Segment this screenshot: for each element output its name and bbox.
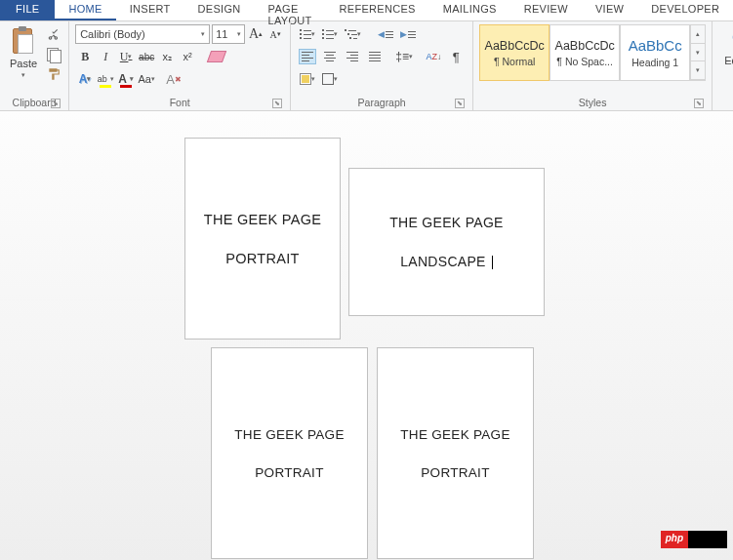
multilevel-list-button[interactable]: ▾ <box>342 24 363 44</box>
page-4[interactable]: THE GEEK PAGE PORTRAIT <box>377 347 534 559</box>
style-preview: AaBbCcDc <box>555 39 615 53</box>
page-text: THE GEEK PAGE <box>389 215 503 230</box>
style-normal[interactable]: AaBbCcDc ¶ Normal <box>479 24 550 81</box>
italic-button[interactable]: I <box>96 47 115 66</box>
clipboard-launcher[interactable]: ⬊ <box>51 99 61 108</box>
grow-font-button[interactable]: A▴ <box>247 24 265 44</box>
style-name-label: ¶ Normal <box>494 56 535 67</box>
tab-insert[interactable]: INSERT <box>116 0 184 20</box>
bold-button[interactable]: B <box>75 47 95 66</box>
shading-button[interactable]: ▾ <box>297 69 318 89</box>
style-preview: AaBbCcDc <box>485 39 545 53</box>
shrink-font-button[interactable]: A▾ <box>266 24 284 44</box>
borders-button[interactable]: ▾ <box>319 69 341 89</box>
paste-icon <box>11 26 36 56</box>
align-center-button[interactable] <box>319 47 341 66</box>
chevron-down-icon: ▾ <box>237 30 241 38</box>
line-spacing-button[interactable]: ‡≡▾ <box>393 47 415 66</box>
page-text: PORTRAIT <box>255 465 323 480</box>
page-text: THE GEEK PAGE <box>234 427 344 442</box>
page-1[interactable]: THE GEEK PAGE PORTRAIT <box>184 138 341 340</box>
subscript-button[interactable]: x₂ <box>157 47 177 66</box>
decrease-indent-button[interactable]: ◀ <box>375 24 396 44</box>
align-left-button[interactable] <box>297 47 318 66</box>
style-no-spacing[interactable]: AaBbCcDc ¶ No Spac... <box>550 24 620 81</box>
increase-indent-button[interactable]: ▶ <box>397 24 419 44</box>
sort-button[interactable]: AZ↓ <box>423 47 444 66</box>
paragraph-launcher[interactable]: ⬊ <box>455 99 465 108</box>
chevron-down-icon: ▾ <box>201 30 205 38</box>
tab-review[interactable]: REVIEW <box>510 0 582 20</box>
watermark-text: php <box>661 531 688 548</box>
align-right-button[interactable] <box>342 47 363 66</box>
group-paragraph: ▾ ▾ ▾ ◀ ▶ ‡≡▾ AZ↓ ¶ ▾ ▾ <box>291 21 473 110</box>
styles-gallery-scroll[interactable]: ▴ ▾ ▾ <box>690 24 706 81</box>
scroll-down-icon[interactable]: ▾ <box>691 44 705 62</box>
page-text: LANDSCAPE <box>400 254 493 269</box>
watermark: php <box>661 531 727 548</box>
font-size-select[interactable]: 11▾ <box>212 24 245 44</box>
tab-file[interactable]: FILE <box>0 0 55 20</box>
group-editing: Editing ▾ <box>713 21 733 110</box>
strikethrough-button[interactable]: abc <box>137 47 156 66</box>
tab-design[interactable]: DESIGN <box>184 0 255 20</box>
copy-button[interactable] <box>45 46 62 63</box>
page-2[interactable]: THE GEEK PAGE LANDSCAPE <box>348 168 545 316</box>
watermark-block <box>688 531 727 548</box>
tab-view[interactable]: VIEW <box>582 0 637 20</box>
editing-label: Editing <box>724 55 733 66</box>
styles-launcher[interactable]: ⬊ <box>694 99 704 108</box>
paste-dropdown-icon[interactable]: ▾ <box>21 71 25 79</box>
superscript-button[interactable]: x² <box>178 47 197 66</box>
text-effects-button[interactable]: A▾ <box>75 69 95 89</box>
tab-home[interactable]: HOME <box>55 0 115 20</box>
document-area[interactable]: THE GEEK PAGE PORTRAIT THE GEEK PAGE LAN… <box>0 111 733 560</box>
group-styles: AaBbCcDc ¶ Normal AaBbCcDc ¶ No Spac... … <box>473 21 713 110</box>
tab-developer[interactable]: DEVELOPER <box>637 0 733 20</box>
scroll-up-icon[interactable]: ▴ <box>691 25 705 44</box>
text-cursor <box>492 256 493 269</box>
tab-mailings[interactable]: MAILINGS <box>429 0 510 20</box>
format-painter-button[interactable] <box>45 65 62 83</box>
page-3[interactable]: THE GEEK PAGE PORTRAIT <box>211 347 368 559</box>
highlight-button[interactable]: ab▾ <box>96 69 115 89</box>
clear-all-button[interactable]: A✖ <box>164 69 183 89</box>
page-text: PORTRAIT <box>421 465 489 480</box>
style-preview: AaBbCc <box>629 37 682 54</box>
font-launcher[interactable]: ⬊ <box>272 99 282 108</box>
page-text: PORTRAIT <box>225 251 299 266</box>
font-name-select[interactable]: Calibri (Body)▾ <box>75 24 210 44</box>
underline-button[interactable]: U▾ <box>116 47 136 66</box>
page-text: THE GEEK PAGE <box>400 427 509 442</box>
style-name-label: Heading 1 <box>631 57 678 68</box>
font-color-button[interactable]: A▾ <box>116 69 136 89</box>
font-group-label: Font⬊ <box>75 95 284 110</box>
numbering-button[interactable]: ▾ <box>319 24 341 44</box>
tab-references[interactable]: REFERENCES <box>326 0 429 20</box>
justify-button[interactable] <box>364 47 386 66</box>
style-name-label: ¶ No Spac... <box>556 56 613 67</box>
tab-page-layout[interactable]: PAGE LAYOUT <box>255 0 326 20</box>
change-case-button[interactable]: Aa▾ <box>137 69 156 89</box>
clipboard-group-label: Clipboard⬊ <box>6 95 62 110</box>
group-clipboard: Paste ▾ Clipboard⬊ <box>0 21 69 110</box>
page-text: THE GEEK PAGE <box>204 212 321 227</box>
paste-label: Paste <box>10 58 37 69</box>
group-font: Calibri (Body)▾ 11▾ A▴ A▾ B I U▾ abc x₂ … <box>69 21 291 110</box>
expand-gallery-icon[interactable]: ▾ <box>691 61 705 80</box>
clear-formatting-button[interactable] <box>207 47 226 66</box>
cut-button[interactable] <box>45 26 62 44</box>
bullets-button[interactable]: ▾ <box>297 24 318 44</box>
paste-button[interactable]: Paste ▾ <box>6 24 41 83</box>
show-hide-button[interactable]: ¶ <box>445 47 467 66</box>
ribbon-tabs: FILE HOME INSERT DESIGN PAGE LAYOUT REFE… <box>0 0 733 21</box>
styles-group-label: Styles⬊ <box>479 95 706 110</box>
paragraph-group-label: Paragraph⬊ <box>297 95 467 110</box>
ribbon: Paste ▾ Clipboard⬊ Calibri (Body)▾ 11▾ A… <box>0 21 733 111</box>
style-heading-1[interactable]: AaBbCc Heading 1 <box>620 24 690 81</box>
